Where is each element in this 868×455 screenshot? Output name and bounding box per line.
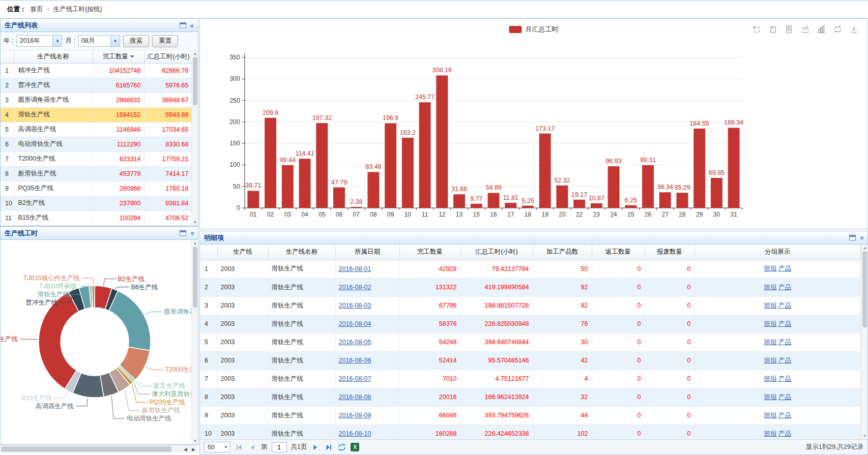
date-link[interactable]: 2016-08-05 [339, 339, 371, 346]
group-team-link[interactable]: 班组 [764, 320, 777, 327]
scrollbar-thumb[interactable] [193, 247, 197, 308]
detail-col-header[interactable]: 加工产品数 [533, 245, 592, 260]
zoom-select-icon[interactable] [752, 25, 761, 34]
date-link[interactable]: 2016-08-07 [339, 375, 371, 382]
date-link[interactable]: 2016-08-10 [339, 430, 371, 437]
group-product-link[interactable]: 产品 [778, 375, 791, 382]
refresh-button[interactable] [337, 443, 346, 452]
production-line-row[interactable]: 10 B2生产线 237900 9381.84 [1, 196, 192, 210]
scrollbar-thumb[interactable] [862, 251, 867, 327]
scroll-down-icon[interactable]: ▼ [862, 434, 867, 438]
group-product-link[interactable]: 产品 [778, 339, 791, 346]
group-team-link[interactable]: 班组 [764, 339, 777, 346]
search-button[interactable]: 搜索 [123, 35, 149, 47]
detail-row[interactable]: 6 2003 滑轨生产线 2016-08-06 52414 95.5704851… [200, 351, 861, 370]
collapse-left-icon[interactable]: « [190, 22, 194, 29]
list-vertical-scrollbar[interactable]: ▲ ▼ [191, 50, 198, 226]
group-product-link[interactable]: 产品 [778, 284, 791, 291]
pie-slice[interactable] [109, 291, 151, 351]
date-link[interactable]: 2016-08-04 [339, 320, 371, 327]
data-view-icon[interactable] [785, 25, 793, 34]
reset-button[interactable]: 重置 [152, 35, 178, 47]
col-header-hours[interactable]: 汇总工时(小时) [144, 50, 192, 63]
scroll-up-icon[interactable]: ▲ [193, 241, 197, 246]
production-line-row[interactable]: 6 电动滑轨生产线 1112290 8330.68 [1, 137, 192, 151]
production-line-row[interactable]: 9 PQ35生产线 260866 1760.18 [1, 181, 192, 196]
export-excel-button[interactable]: X [351, 443, 359, 451]
detail-row[interactable]: 9 2003 滑轨生产线 2016-08-09 66046 393.794759… [200, 406, 861, 424]
col-header-line-name[interactable]: 生产线名称 [14, 50, 93, 63]
date-link[interactable]: 2016-08-03 [339, 302, 371, 309]
bar-chart[interactable]: 05010015020025030035039.7101209.60299.44… [200, 19, 867, 229]
detail-row[interactable]: 7 2003 滑轨生产线 2016-08-07 7010 4.75121677 … [200, 370, 861, 388]
page-size-select[interactable]: 50 ▼ [204, 442, 230, 452]
group-product-link[interactable]: 产品 [778, 393, 791, 401]
detail-col-header[interactable]: 汇总工时(小时) [460, 245, 533, 260]
chart-legend[interactable]: 月汇总工时 [509, 25, 559, 34]
production-line-row[interactable]: 11 B15生产线 100294 4706.52 [1, 210, 192, 225]
next-page-button[interactable] [311, 443, 320, 452]
date-link[interactable]: 2016-08-09 [339, 412, 371, 419]
production-line-row[interactable]: 1 精冲生产线 104152748 62666.76 [1, 63, 192, 78]
detail-col-header[interactable]: 分组展示 [695, 245, 861, 260]
group-team-link[interactable]: 班组 [764, 393, 777, 401]
production-line-row[interactable]: 8 新滑轨生产线 453779 7414.17 [1, 166, 192, 181]
collapse-down-icon[interactable]: « [858, 236, 865, 240]
group-product-link[interactable]: 产品 [778, 320, 791, 327]
scrollbar-thumb[interactable] [193, 57, 197, 105]
collapse-down-icon[interactable]: « [188, 231, 195, 235]
restore-panel-icon[interactable] [180, 230, 186, 236]
restore-panel-icon[interactable] [180, 22, 186, 28]
detail-row[interactable]: 2 2003 滑轨生产线 2016-08-02 131322 419.19989… [200, 278, 861, 296]
scroll-up-icon[interactable]: ▲ [862, 246, 867, 250]
group-product-link[interactable]: 产品 [778, 357, 791, 364]
pie-chart[interactable]: B2生产线B6生产线圆形调角器生产线T2000生产线拨叉生产线澳大利亚滑轨生产线… [1, 240, 192, 443]
date-link[interactable]: 2016-08-06 [339, 357, 371, 364]
production-line-row[interactable]: 5 高调器生产线 1146846 17034.65 [1, 122, 192, 137]
group-product-link[interactable]: 产品 [778, 412, 791, 419]
pie-vertical-scrollbar[interactable]: ▲ ▼ [191, 240, 198, 444]
detail-row[interactable]: 3 2003 滑轨生产线 2016-08-03 67796 198.881507… [200, 296, 861, 315]
date-link[interactable]: 2016-08-01 [339, 265, 371, 272]
detail-row[interactable]: 8 2003 滑轨生产线 2016-08-08 20016 166.962413… [200, 388, 861, 406]
bar-chart-icon[interactable] [817, 25, 826, 34]
restore-panel-icon[interactable] [849, 235, 856, 240]
breadcrumb-home-link[interactable]: 首页 [31, 5, 43, 14]
group-team-link[interactable]: 班组 [764, 284, 777, 291]
scroll-down-icon[interactable]: ▼ [193, 220, 197, 225]
detail-col-header[interactable]: 生产线 [217, 245, 268, 260]
detail-row[interactable]: 4 2003 滑轨生产线 2016-08-04 58376 228.825030… [200, 315, 861, 333]
col-header-qty[interactable]: 完工数量 [93, 50, 144, 63]
zoom-reset-icon[interactable] [768, 25, 777, 34]
production-line-row[interactable]: 7 T2000生产线 623314 17759.21 [1, 151, 192, 166]
detail-col-header[interactable]: 报废数量 [645, 245, 695, 260]
chevron-down-icon[interactable]: ▼ [110, 36, 120, 46]
month-select[interactable]: 08月 ▼ [78, 35, 120, 47]
detail-row[interactable]: 10 2003 滑轨生产线 2016-08-10 160288 226.4246… [200, 424, 861, 439]
detail-col-header[interactable]: 返工数量 [592, 245, 645, 260]
page-input[interactable] [272, 442, 287, 452]
chevron-down-icon[interactable]: ▼ [52, 36, 62, 46]
last-page-button[interactable] [324, 443, 333, 452]
line-chart-icon[interactable] [801, 25, 809, 34]
detail-col-header[interactable]: 完工数量 [399, 245, 460, 260]
detail-col-header[interactable]: 生产线名称 [268, 245, 335, 260]
group-product-link[interactable]: 产品 [778, 430, 791, 437]
production-line-row[interactable]: 4 滑轨生产线 1584152 5543.88 [1, 107, 192, 122]
restore-icon[interactable] [833, 25, 842, 34]
group-team-link[interactable]: 班组 [764, 265, 777, 272]
production-line-row[interactable]: 3 圆形调角器生产线 2968631 38948.67 [1, 93, 192, 107]
year-select[interactable]: 2016年 ▼ [16, 35, 62, 47]
pie-slice[interactable] [39, 292, 79, 389]
detail-row[interactable]: 5 2003 滑轨生产线 2016-08-05 54248 394.640748… [200, 333, 861, 351]
prev-page-button[interactable] [248, 443, 257, 452]
scrollbar-thumb[interactable] [1, 446, 171, 452]
group-team-link[interactable]: 班组 [764, 302, 777, 309]
scroll-up-icon[interactable]: ▲ [193, 51, 197, 56]
detail-vertical-scrollbar[interactable]: ▲ ▼ [861, 245, 867, 439]
scroll-down-icon[interactable]: ▼ [193, 439, 197, 443]
date-link[interactable]: 2016-08-02 [339, 284, 371, 291]
scroll-right-icon[interactable]: ▶ [192, 447, 195, 452]
detail-col-header[interactable]: 所属日期 [335, 245, 399, 260]
first-page-button[interactable] [235, 443, 244, 452]
